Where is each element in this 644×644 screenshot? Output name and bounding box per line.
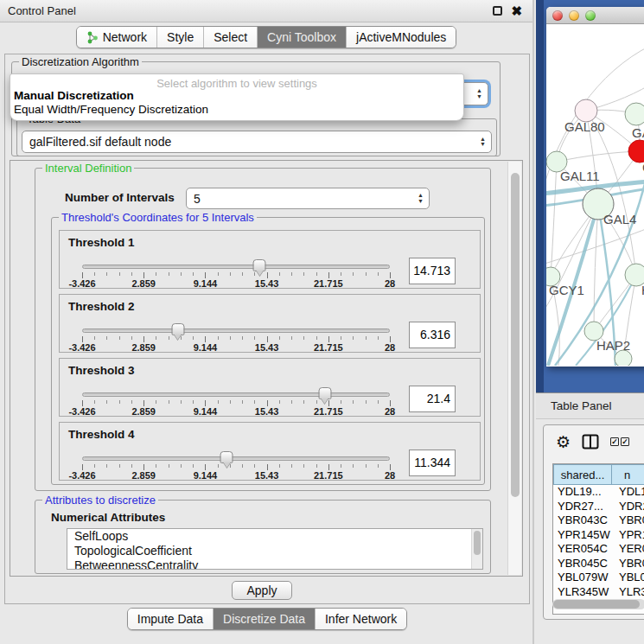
network-icon	[86, 31, 99, 44]
discretization-algorithm-title: Discretization Algorithm	[19, 55, 142, 68]
network-canvas[interactable]: GAL80 GA CY GAL11 GAL4 GCY1 HA HAP2	[546, 24, 644, 366]
num-intervals-combo[interactable]: 5 ▲▼	[186, 188, 430, 209]
threshold-4-scale: -3.426 2.859 9.144 15.43 21.715 28	[82, 470, 390, 481]
threshold-2-slider-thumb[interactable]	[171, 323, 184, 335]
control-panel: Control Panel ✖ Network Style Select Cyn…	[0, 0, 534, 644]
column-header-name[interactable]: n	[612, 464, 644, 485]
threshold-2-panel: Threshold 2 -3.426 2.859 9.144 15.43 21.…	[59, 294, 481, 353]
checkbox-checked-icon[interactable]: ✓	[621, 437, 629, 446]
panel-title: Control Panel	[0, 4, 76, 17]
threshold-1-panel: Threshold 1 -3.426 2.859 9.144 15.43 21.…	[59, 230, 481, 289]
threshold-2-slider[interactable]	[82, 328, 390, 333]
gear-icon[interactable]: ⚙	[556, 434, 571, 450]
table-row[interactable]: YPR145WYPR1	[553, 528, 644, 543]
table-horizontal-scrollbar[interactable]	[552, 599, 644, 609]
label-hap2: HAP2	[596, 338, 630, 353]
network-window-titlebar	[546, 7, 644, 24]
column-header-shared[interactable]: shared...	[553, 464, 612, 485]
thresholds-group: Threshold's Coordinates for 5 Intervals …	[51, 217, 485, 485]
apply-button[interactable]: Apply	[232, 581, 292, 600]
combo-stepper-icon: ▲▼	[415, 193, 429, 204]
network-view-window[interactable]: GAL80 GA CY GAL11 GAL4 GCY1 HA HAP2	[546, 7, 644, 367]
tab-network[interactable]: Network	[77, 27, 157, 48]
bottom-tab-bar: Impute Data Discretize Data Infer Networ…	[0, 608, 534, 630]
float-window-icon[interactable]	[493, 6, 502, 16]
table-header-row: shared... n	[553, 464, 644, 485]
threshold-4-value-field[interactable]: 11.344	[409, 450, 456, 476]
threshold-1-value-field[interactable]: 14.713	[409, 258, 456, 284]
tab-style[interactable]: Style	[157, 27, 204, 48]
combo-stepper-icon: ▲▼	[474, 88, 488, 99]
label-gal11: GAL11	[560, 169, 600, 183]
threshold-3-scale: -3.426 2.859 9.144 15.43 21.715 28	[82, 406, 390, 417]
interval-definition-group: Interval Definition Number of Intervals …	[35, 168, 491, 491]
table-row[interactable]: YLR345WYLR3	[553, 585, 644, 600]
label-gcy1: GCY1	[549, 283, 584, 297]
threshold-4-slider-thumb[interactable]	[220, 451, 233, 463]
label-gal4: GAL4	[603, 212, 636, 226]
threshold-1-slider[interactable]	[82, 265, 390, 269]
numerical-attributes-label: Numerical Attributes	[51, 511, 165, 524]
minimize-traffic-light-icon[interactable]	[569, 10, 579, 21]
table-panel-title: Table Panel	[536, 399, 612, 412]
top-tab-bar: Network Style Select Cyni Toolbox jActiv…	[0, 26, 532, 48]
threshold-3-label: Threshold 3	[68, 364, 135, 377]
list-item[interactable]: TopologicalCoefficient	[67, 544, 482, 558]
list-item[interactable]: BetweennessCentrality	[67, 558, 482, 570]
threshold-4-label: Threshold 4	[68, 428, 135, 441]
interval-definition-title: Interval Definition	[42, 162, 134, 175]
threshold-4-slider[interactable]	[82, 456, 390, 461]
threshold-3-panel: Threshold 3 -3.426 2.859 9.144 15.43 21.…	[59, 358, 481, 417]
num-intervals-label: Number of Intervals	[65, 191, 175, 204]
split-columns-icon[interactable]	[582, 434, 599, 450]
threshold-2-value-field[interactable]: 6.316	[409, 322, 456, 348]
tab-impute-data[interactable]: Impute Data	[128, 609, 214, 629]
control-panel-titlebar: Control Panel ✖	[0, 0, 532, 22]
label-cut-g: GA	[632, 125, 644, 140]
close-traffic-light-icon[interactable]	[552, 10, 563, 21]
numerical-attributes-list[interactable]: SelfLoops TopologicalCoefficient Between…	[67, 528, 483, 570]
attributes-group: Attributes to discretize Numerical Attri…	[35, 500, 491, 574]
attributes-list-scrollbar[interactable]	[471, 529, 482, 569]
tab-jactivemnodules[interactable]: jActiveMNodules	[347, 27, 456, 48]
table-panel-body: ⚙ ✓ ✓ shared... n YDL19...YDL1 YDR27...Y…	[536, 420, 644, 644]
settings-scrollbar-thumb[interactable]	[511, 173, 520, 497]
tab-cyni-toolbox[interactable]: Cyni Toolbox	[258, 27, 347, 48]
table-row[interactable]: YDL19...YDL1	[553, 485, 644, 500]
threshold-3-slider-thumb[interactable]	[318, 387, 331, 399]
node-attribute-table: shared... n YDL19...YDL1 YDR27...YDR2 YB…	[552, 463, 644, 615]
label-gal80: GAL80	[564, 119, 605, 134]
right-panel: GAL80 GA CY GAL11 GAL4 GCY1 HA HAP2 Tabl…	[536, 0, 644, 644]
table-panel-toolbar: ⚙ ✓ ✓	[544, 425, 644, 458]
popup-item-manual-discretization[interactable]: Manual Discretization	[10, 89, 463, 103]
checkbox-checked-icon[interactable]: ✓	[610, 437, 619, 446]
close-icon[interactable]: ✖	[511, 4, 522, 17]
zoom-traffic-light-icon[interactable]	[585, 10, 596, 21]
table-row[interactable]: YDR27...YDR2	[553, 500, 644, 514]
popup-item-equal-width[interactable]: Equal Width/Frequency Discretization	[10, 103, 463, 117]
threshold-2-label: Threshold 2	[68, 300, 135, 313]
threshold-1-scale: -3.426 2.859 9.144 15.43 21.715 28	[82, 278, 390, 289]
settings-scroll-panel: Interval Definition Number of Intervals …	[10, 160, 523, 577]
tab-network-label: Network	[103, 30, 147, 44]
tab-infer-network[interactable]: Infer Network	[316, 609, 406, 629]
settings-vertical-scrollbar[interactable]	[507, 162, 521, 575]
table-row[interactable]: YBR045CYBR0	[553, 557, 644, 571]
num-intervals-value: 5	[187, 192, 415, 206]
threshold-3-slider[interactable]	[82, 392, 390, 397]
node-top-right[interactable]	[625, 103, 644, 125]
attributes-group-title: Attributes to discretize	[42, 494, 158, 507]
algorithm-prompt: Select algorithm to view settings	[10, 74, 463, 89]
table-data-combo[interactable]: galFiltered.sif default node ▲▼	[22, 131, 492, 153]
table-row[interactable]: YBL079WYBL0	[553, 571, 644, 585]
tab-discretize-data[interactable]: Discretize Data	[214, 609, 316, 629]
list-item[interactable]: SelfLoops	[67, 529, 482, 544]
tab-select[interactable]: Select	[204, 27, 258, 48]
threshold-1-slider-thumb[interactable]	[253, 259, 266, 271]
table-row[interactable]: YER054CYER0	[553, 542, 644, 557]
table-row[interactable]: YBR043CYBR0	[553, 513, 644, 528]
threshold-1-label: Threshold 1	[68, 236, 135, 249]
thresholds-group-title: Threshold's Coordinates for 5 Intervals	[59, 211, 257, 224]
threshold-3-value-field[interactable]: 21.4	[409, 386, 456, 412]
table-panel-titlebar: Table Panel	[536, 392, 644, 419]
